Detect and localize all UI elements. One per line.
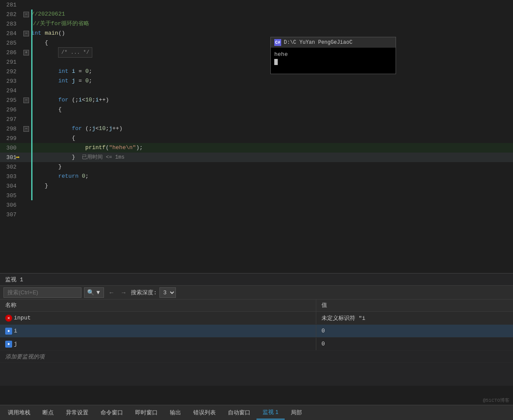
nav-forward-button[interactable]: → bbox=[119, 288, 128, 297]
search-button[interactable]: 🔍 ▼ bbox=[84, 287, 104, 298]
tab-exception-settings[interactable]: 异常设置 bbox=[60, 406, 94, 419]
table-row: 299 { bbox=[0, 133, 513, 143]
search-icon: 🔍 bbox=[87, 289, 94, 296]
table-row: 285 { bbox=[0, 38, 513, 48]
terminal-output-line: hehe bbox=[274, 51, 392, 58]
watch-header: 名称 值 bbox=[0, 300, 513, 312]
table-row: 283 //关于for循环的省略 bbox=[0, 19, 513, 29]
fold-minus-icon[interactable]: − bbox=[23, 31, 29, 36]
watch-row-name: ✕ input bbox=[0, 312, 316, 324]
dropdown-arrow-icon: ▼ bbox=[95, 289, 101, 296]
watch-title: 监视 1 bbox=[0, 273, 513, 286]
search-input[interactable] bbox=[3, 287, 81, 298]
tab-immediate-window[interactable]: 即时窗口 bbox=[129, 406, 164, 419]
watch-panel: 监视 1 🔍 ▼ ← → 搜索深度: 3 1 2 4 5 名称 值 bbox=[0, 273, 513, 386]
tab-command-window[interactable]: 命令窗口 bbox=[94, 406, 129, 419]
table-row: 306 bbox=[0, 200, 513, 210]
watch-row-input[interactable]: ✕ input 未定义标识符 "i bbox=[0, 312, 513, 325]
collapsed-code[interactable]: /* ... */ bbox=[58, 47, 92, 58]
var-icon: ◆ bbox=[5, 341, 12, 348]
watermark: @51CTO博客 bbox=[483, 397, 510, 404]
table-row: 298 − for (;j<10;j++) bbox=[0, 124, 513, 133]
table-row: 294 bbox=[0, 86, 513, 95]
table-row: 286 + /* ... */ bbox=[0, 48, 513, 57]
table-row: 305 bbox=[0, 191, 513, 200]
terminal-app-icon: C# bbox=[274, 39, 281, 46]
fold-plus-icon[interactable]: + bbox=[23, 50, 29, 55]
watch-table: 名称 值 ✕ input 未定义标识符 "i ◆ i 0 bbox=[0, 300, 513, 386]
tab-error-list[interactable]: 错误列表 bbox=[187, 406, 222, 419]
col-value-header: 值 bbox=[316, 300, 513, 311]
depth-select[interactable]: 3 1 2 4 5 bbox=[159, 287, 176, 298]
table-row: 282 − //20220621 bbox=[0, 10, 513, 19]
table-row: 304 } bbox=[0, 181, 513, 191]
code-editor[interactable]: 281 282 − //20220621 283 //关于for循环的省略 28… bbox=[0, 0, 513, 219]
bottom-tabbar: 调用堆栈 断点 异常设置 命令窗口 即时窗口 输出 错误列表 自动窗口 监视 1… bbox=[0, 405, 513, 420]
tab-breakpoints[interactable]: 断点 bbox=[36, 406, 60, 419]
tab-call-stack[interactable]: 调用堆栈 bbox=[2, 406, 36, 419]
fold-minus-icon[interactable]: − bbox=[23, 126, 29, 132]
table-row: 293 int j = 0; bbox=[0, 76, 513, 86]
terminal-body[interactable]: hehe bbox=[271, 48, 396, 74]
table-row: 307 bbox=[0, 210, 513, 219]
nav-back-button[interactable]: ← bbox=[107, 288, 116, 297]
table-row: 296 { bbox=[0, 105, 513, 114]
tab-output[interactable]: 输出 bbox=[164, 406, 187, 419]
watch-row-i[interactable]: ◆ i 0 bbox=[0, 325, 513, 338]
table-row: 284 − int main() bbox=[0, 29, 513, 38]
watch-row-value: 0 bbox=[316, 326, 513, 336]
error-icon: ✕ bbox=[5, 315, 12, 322]
current-line: 301 ➡ } 已用时间 <= 1ms bbox=[0, 153, 513, 162]
terminal-cursor bbox=[274, 59, 278, 65]
watch-row-name: ◆ j bbox=[0, 338, 316, 350]
fold-minus-icon[interactable]: − bbox=[23, 98, 29, 103]
table-row: 281 bbox=[0, 0, 513, 10]
tab-locals[interactable]: 局部 bbox=[285, 406, 308, 419]
table-row: 300 printf("hehe\n"); bbox=[0, 143, 513, 153]
terminal-popup: C# D:\C YuYan PengGeJiaoC hehe bbox=[270, 37, 396, 74]
watch-row-name: ◆ i bbox=[0, 325, 316, 337]
tab-watch-1[interactable]: 监视 1 bbox=[256, 406, 285, 420]
editor-area: 281 282 − //20220621 283 //关于for循环的省略 28… bbox=[0, 0, 513, 273]
col-name-header: 名称 bbox=[0, 300, 316, 311]
watch-row-j[interactable]: ◆ j 0 bbox=[0, 338, 513, 351]
table-row: 291 bbox=[0, 57, 513, 67]
table-row: 302 } bbox=[0, 162, 513, 172]
watch-toolbar: 🔍 ▼ ← → 搜索深度: 3 1 2 4 5 bbox=[0, 286, 513, 300]
terminal-titlebar: C# D:\C YuYan PengGeJiaoC bbox=[271, 37, 396, 48]
table-row: 297 bbox=[0, 114, 513, 124]
fold-minus-icon[interactable]: − bbox=[23, 12, 29, 17]
debug-arrow-icon: ➡ bbox=[16, 153, 20, 162]
tab-auto-window[interactable]: 自动窗口 bbox=[222, 406, 256, 419]
table-row: 292 int i = 0; bbox=[0, 67, 513, 76]
watch-add-row[interactable]: 添加要监视的项 bbox=[0, 351, 513, 363]
watch-row-value: 0 bbox=[316, 339, 513, 349]
var-icon: ◆ bbox=[5, 328, 12, 335]
watch-row-value: 未定义标识符 "i bbox=[316, 313, 513, 324]
table-row: 303 return 0; bbox=[0, 172, 513, 181]
table-row: 295 − for (;i<10;i++) bbox=[0, 95, 513, 105]
depth-label: 搜索深度: bbox=[131, 289, 157, 296]
terminal-title: D:\C YuYan PengGeJiaoC bbox=[284, 39, 352, 46]
